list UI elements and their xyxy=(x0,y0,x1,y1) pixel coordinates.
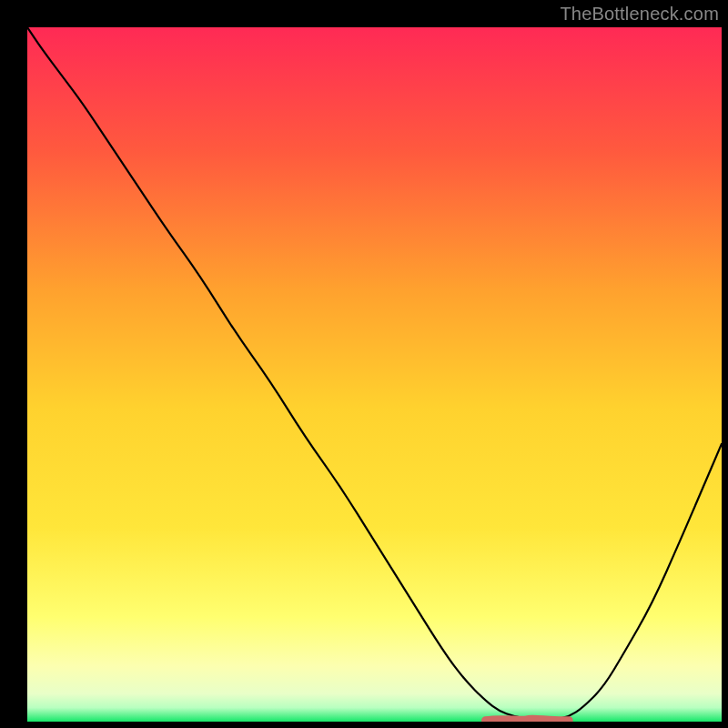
chart-stage: TheBottleneck.com xyxy=(0,0,728,728)
bottleneck-chart xyxy=(0,0,728,728)
minimum-marker xyxy=(486,719,570,721)
watermark-text: TheBottleneck.com xyxy=(560,4,719,25)
gradient-plot-area xyxy=(27,27,722,722)
